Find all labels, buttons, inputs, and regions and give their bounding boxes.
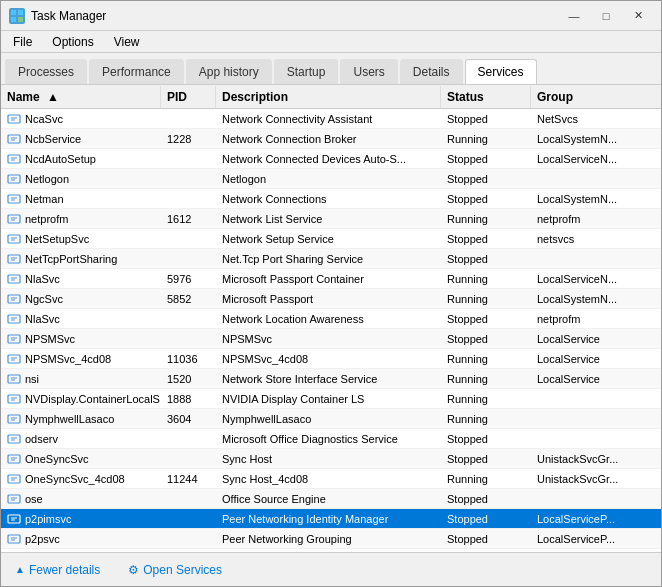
col-header-pid[interactable]: PID (161, 86, 216, 108)
service-icon (7, 272, 21, 286)
service-status-cell: Stopped (441, 491, 531, 507)
tab-services[interactable]: Services (465, 59, 537, 84)
service-description-cell: Network Connected Devices Auto-S... (216, 151, 441, 167)
service-pid-cell (161, 317, 216, 321)
service-name-cell: NetTcpPortSharing (1, 250, 161, 268)
service-icon (7, 292, 21, 306)
service-icon (7, 492, 21, 506)
tab-processes[interactable]: Processes (5, 59, 87, 84)
table-row[interactable]: NetSetupSvc Network Setup Service Stoppe… (1, 229, 661, 249)
svg-rect-46 (8, 395, 20, 403)
menu-view[interactable]: View (106, 33, 148, 51)
tab-app-history[interactable]: App history (186, 59, 272, 84)
table-row[interactable]: ose Office Source Engine Stopped (1, 489, 661, 509)
service-name-cell: NcbService (1, 130, 161, 148)
chevron-up-icon: ▲ (15, 564, 25, 575)
table-row[interactable]: p2psvc Peer Networking Grouping Stopped … (1, 529, 661, 549)
service-icon (7, 432, 21, 446)
service-icon (7, 172, 21, 186)
service-description-cell: Microsoft Passport (216, 291, 441, 307)
svg-rect-19 (8, 215, 20, 223)
service-pid-cell: 3604 (161, 411, 216, 427)
service-group-cell: UnistackSvcGr... (531, 471, 661, 487)
svg-rect-4 (8, 115, 20, 123)
col-header-description[interactable]: Description (216, 86, 441, 108)
table-row[interactable]: Netman Network Connections Stopped Local… (1, 189, 661, 209)
table-row[interactable]: NVDisplay.ContainerLocalS... 1888 NVIDIA… (1, 389, 661, 409)
svg-rect-43 (8, 375, 20, 383)
table-row[interactable]: NPSMSvc NPSMSvc Stopped LocalService (1, 329, 661, 349)
service-pid-cell (161, 517, 216, 521)
table-row[interactable]: NcdAutoSetup Network Connected Devices A… (1, 149, 661, 169)
service-status-cell: Stopped (441, 451, 531, 467)
table-row[interactable]: OneSyncSvc Sync Host Stopped UnistackSvc… (1, 449, 661, 469)
service-name-cell: P9RdrService (1, 550, 161, 553)
service-pid-cell: 1888 (161, 391, 216, 407)
service-group-cell: LocalService (531, 331, 661, 347)
fewer-details-button[interactable]: ▲ Fewer details (9, 560, 106, 580)
table-row[interactable]: NgcSvc 5852 Microsoft Passport Running L… (1, 289, 661, 309)
svg-rect-40 (8, 355, 20, 363)
table-row[interactable]: NetTcpPortSharing Net.Tcp Port Sharing S… (1, 249, 661, 269)
service-name-cell: NlaSvc (1, 310, 161, 328)
table-row[interactable]: p2pimsvc Peer Networking Identity Manage… (1, 509, 661, 529)
table-row[interactable]: OneSyncSvc_4cd08 11244 Sync Host_4cd08 R… (1, 469, 661, 489)
table-row[interactable]: NlaSvc Network Location Awareness Stoppe… (1, 309, 661, 329)
col-header-status[interactable]: Status (441, 86, 531, 108)
service-description-cell: Network List Service (216, 211, 441, 227)
service-status-cell: Stopped (441, 191, 531, 207)
service-status-cell: Stopped (441, 331, 531, 347)
tab-details[interactable]: Details (400, 59, 463, 84)
service-name-cell: NVDisplay.ContainerLocalS... (1, 390, 161, 408)
service-pid-cell (161, 457, 216, 461)
service-status-cell: Stopped (441, 171, 531, 187)
service-pid-cell (161, 537, 216, 541)
table-row[interactable]: netprofm 1612 Network List Service Runni… (1, 209, 661, 229)
service-name-cell: netprofm (1, 210, 161, 228)
service-description-cell: NPSMSvc (216, 331, 441, 347)
service-description-cell: Network Connections (216, 191, 441, 207)
service-status-cell: Stopped (441, 231, 531, 247)
table-row[interactable]: odserv Microsoft Office Diagnostics Serv… (1, 429, 661, 449)
service-icon (7, 472, 21, 486)
service-name-cell: OneSyncSvc (1, 450, 161, 468)
table-row[interactable]: P9RdrService P9RdrService Stopped P9RdrS… (1, 549, 661, 552)
service-pid-cell (161, 237, 216, 241)
table-row[interactable]: Netlogon Netlogon Stopped (1, 169, 661, 189)
menu-file[interactable]: File (5, 33, 40, 51)
service-name-cell: odserv (1, 430, 161, 448)
service-description-cell: Network Setup Service (216, 231, 441, 247)
service-status-cell: Running (441, 291, 531, 307)
tab-performance[interactable]: Performance (89, 59, 184, 84)
service-icon (7, 232, 21, 246)
service-icon (7, 372, 21, 386)
service-group-cell: LocalSystemN... (531, 131, 661, 147)
table-row[interactable]: NcaSvc Network Connectivity Assistant St… (1, 109, 661, 129)
service-status-cell: Running (441, 411, 531, 427)
tab-users[interactable]: Users (340, 59, 397, 84)
col-header-name[interactable]: Name ▲ (1, 86, 161, 108)
service-status-cell: Stopped (441, 531, 531, 547)
service-description-cell: Office Source Engine (216, 491, 441, 507)
tab-startup[interactable]: Startup (274, 59, 339, 84)
open-services-button[interactable]: ⚙ Open Services (122, 560, 228, 580)
svg-rect-37 (8, 335, 20, 343)
close-button[interactable]: ✕ (623, 6, 653, 26)
service-group-cell: LocalService (531, 351, 661, 367)
col-header-group[interactable]: Group (531, 86, 661, 108)
service-pid-cell: 5852 (161, 291, 216, 307)
table-row[interactable]: NPSMSvc_4cd08 11036 NPSMSvc_4cd08 Runnin… (1, 349, 661, 369)
service-name-cell: NcaSvc (1, 110, 161, 128)
svg-rect-31 (8, 295, 20, 303)
svg-rect-16 (8, 195, 20, 203)
service-name-cell: NcdAutoSetup (1, 150, 161, 168)
maximize-button[interactable]: □ (591, 6, 621, 26)
service-group-cell: netprofm (531, 211, 661, 227)
table-row[interactable]: nsi 1520 Network Store Interface Service… (1, 369, 661, 389)
menu-options[interactable]: Options (44, 33, 101, 51)
table-row[interactable]: NlaSvc 5976 Microsoft Passport Container… (1, 269, 661, 289)
table-row[interactable]: NcbService 1228 Network Connection Broke… (1, 129, 661, 149)
table-row[interactable]: NymphwellLasaco 3604 NymphwellLasaco Run… (1, 409, 661, 429)
service-group-cell (531, 177, 661, 181)
minimize-button[interactable]: — (559, 6, 589, 26)
